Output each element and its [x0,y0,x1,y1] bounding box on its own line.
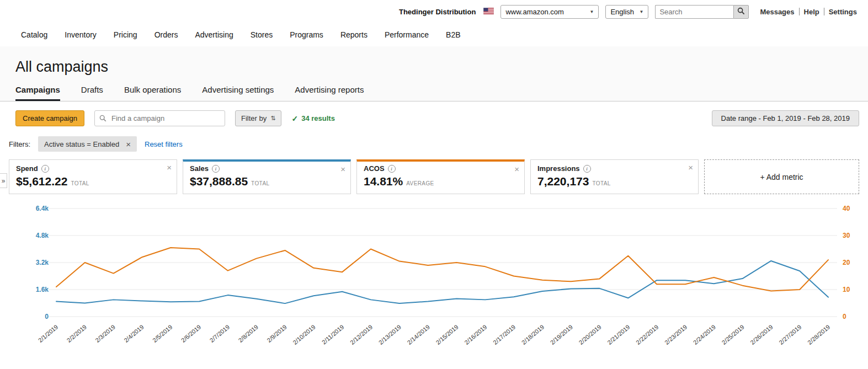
nav-item-performance[interactable]: Performance [385,30,429,39]
svg-text:2/9/2019: 2/9/2019 [265,323,288,344]
svg-text:2/22/2019: 2/22/2019 [635,323,659,346]
title-section: All campaigns Campaigns Drafts Bulk oper… [0,46,868,101]
nav-item-reports[interactable]: Reports [340,30,368,39]
tab-advertising-reports[interactable]: Advertising reports [295,85,364,101]
svg-text:1.6k: 1.6k [36,286,49,293]
svg-text:30: 30 [843,232,850,239]
metric-value: 7,220,173 [537,175,589,188]
create-campaign-button[interactable]: Create campaign [15,110,84,126]
svg-text:2/28/2019: 2/28/2019 [806,323,831,346]
svg-text:10: 10 [843,286,850,293]
metric-name: Impressions [537,164,580,173]
metric-card-sales[interactable]: Sales i × $37,888.85TOTAL [183,159,351,194]
metric-suffix: AVERAGE [406,180,434,186]
metric-card-impressions[interactable]: Impressions i × 7,220,173TOTAL [530,159,699,194]
nav-item-catalog[interactable]: Catalog [21,30,47,39]
filters-label: Filters: [9,140,30,148]
performance-chart: 001.6k103.2k204.8k306.4k402/1/20192/2/20… [9,201,859,368]
nav-item-orders[interactable]: Orders [155,30,178,39]
main-nav: Catalog Inventory Pricing Orders Adverti… [0,23,868,46]
svg-text:0: 0 [45,313,49,320]
tab-bar: Campaigns Drafts Bulk operations Adverti… [15,85,868,101]
close-icon[interactable]: × [126,140,131,149]
metric-name: Sales [190,164,209,173]
metric-card-acos[interactable]: ACOS i × 14.81%AVERAGE [356,159,525,194]
svg-text:2/8/2019: 2/8/2019 [237,323,259,344]
svg-text:2/24/2019: 2/24/2019 [692,323,717,346]
marketplace-value: www.amazon.com [505,8,563,16]
nav-item-stores[interactable]: Stores [251,30,273,39]
account-name: Thedinger Distribution [399,8,476,16]
performance-chart-svg: 001.6k103.2k204.8k306.4k402/1/20192/2/20… [9,201,859,366]
tab-campaigns[interactable]: Campaigns [15,85,60,101]
results-count: ✓ 34 results [291,114,334,123]
metric-card-spend[interactable]: Spend i × $5,612.22TOTAL [9,159,177,194]
caret-down-icon: ▼ [639,9,643,14]
page-title: All campaigns [15,58,868,76]
find-campaign-input[interactable] [94,110,225,126]
svg-text:2/4/2019: 2/4/2019 [123,323,145,344]
info-icon: i [583,165,591,173]
reset-filters-link[interactable]: Reset filters [145,140,183,148]
metric-name: ACOS [364,164,385,173]
metric-suffix: TOTAL [251,180,269,186]
svg-text:40: 40 [843,205,850,212]
nav-item-programs[interactable]: Programs [290,30,323,39]
top-header: Thedinger Distribution www.amazon.com ▼ … [0,0,868,23]
marketplace-select[interactable]: www.amazon.com ▼ [500,5,599,19]
search-icon [737,7,745,17]
svg-text:3.2k: 3.2k [36,259,49,266]
nav-item-pricing[interactable]: Pricing [114,30,137,39]
svg-text:2/27/2019: 2/27/2019 [778,323,802,346]
close-icon[interactable]: × [514,164,519,174]
campaign-toolbar: Create campaign Filter by ⇅ ✓ 34 results… [15,110,859,126]
svg-text:4.8k: 4.8k [36,232,49,239]
nav-item-inventory[interactable]: Inventory [65,30,97,39]
info-icon: i [212,165,220,173]
metric-suffix: TOTAL [592,180,610,186]
svg-text:2/15/2019: 2/15/2019 [434,323,459,346]
svg-text:2/1/2019: 2/1/2019 [37,323,60,344]
find-campaign [94,110,225,126]
svg-text:2/21/2019: 2/21/2019 [606,323,631,346]
chevrons-right-icon: » [2,177,6,185]
help-link[interactable]: Help [800,8,824,16]
tab-drafts[interactable]: Drafts [81,85,103,101]
global-search-button[interactable] [733,5,749,19]
metric-suffix: TOTAL [71,180,89,186]
language-select[interactable]: English ▼ [605,5,648,19]
filter-by-button[interactable]: Filter by ⇅ [235,110,281,126]
nav-item-b2b[interactable]: B2B [446,30,460,39]
svg-text:2/6/2019: 2/6/2019 [180,323,203,344]
svg-text:20: 20 [843,259,850,266]
tab-bulk-operations[interactable]: Bulk operations [124,85,181,101]
top-links: Messages Help Settings [755,8,861,16]
metric-cards-row: Spend i × $5,612.22TOTAL Sales i × $37,8… [9,159,859,194]
close-icon[interactable]: × [688,163,693,172]
svg-text:2/26/2019: 2/26/2019 [749,323,774,346]
sidebar-expand-button[interactable]: » [0,173,7,188]
svg-text:2/11/2019: 2/11/2019 [321,323,345,345]
metric-value: $5,612.22 [16,175,67,188]
info-icon: i [388,165,396,173]
svg-text:2/23/2019: 2/23/2019 [663,323,688,346]
close-icon[interactable]: × [340,164,345,174]
svg-text:2/12/2019: 2/12/2019 [349,323,374,346]
global-search-input[interactable] [655,5,733,19]
svg-text:2/25/2019: 2/25/2019 [721,323,745,346]
nav-item-advertising[interactable]: Advertising [195,30,233,39]
tab-advertising-settings[interactable]: Advertising settings [202,85,274,101]
global-search [655,5,749,19]
messages-link[interactable]: Messages [755,8,798,16]
svg-text:2/13/2019: 2/13/2019 [377,323,402,346]
date-range-button[interactable]: Date range - Feb 1, 2019 - Feb 28, 2019 [712,110,859,126]
filter-by-label: Filter by [241,114,267,122]
language-value: English [610,8,634,16]
results-text: 34 results [301,114,335,122]
close-icon[interactable]: × [167,163,172,172]
svg-text:6.4k: 6.4k [36,205,49,212]
svg-text:2/5/2019: 2/5/2019 [151,323,174,344]
metric-name: Spend [16,164,38,173]
add-metric-button[interactable]: + Add metric [704,159,859,194]
settings-link[interactable]: Settings [824,8,861,16]
